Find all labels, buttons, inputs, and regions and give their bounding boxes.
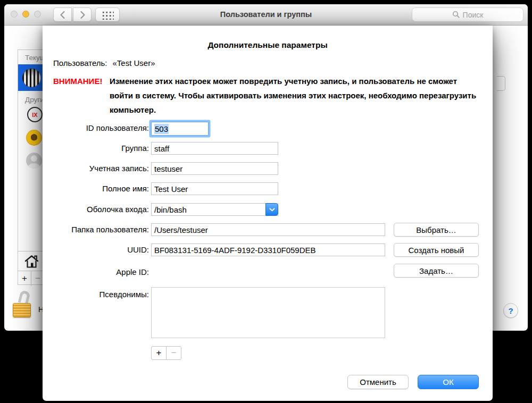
padlock-shackle bbox=[18, 290, 31, 305]
login-shell-combobox[interactable]: /bin/bash bbox=[151, 203, 278, 216]
user-id-label: ID пользователя: bbox=[43, 123, 149, 132]
user-label: Пользователь: bbox=[53, 58, 107, 68]
cancel-button[interactable]: Отменить bbox=[347, 375, 409, 389]
full-name-value: Test User bbox=[154, 184, 188, 194]
group-field[interactable]: staff bbox=[151, 142, 278, 155]
question-mark-icon: ? bbox=[508, 306, 513, 315]
home-folder-value: /Users/testuser bbox=[154, 225, 208, 234]
uuid-label: UUID: bbox=[43, 245, 149, 254]
login-shell-value: /bin/bash bbox=[154, 205, 187, 214]
dialog-title: Дополнительные параметры bbox=[43, 40, 493, 50]
alias-add-button[interactable]: + bbox=[151, 346, 167, 360]
full-name-label: Полное имя: bbox=[43, 184, 149, 193]
uuid-value: BF083131-5169-4ADF-9192-D3310F059DEB bbox=[154, 246, 316, 255]
search-input[interactable]: Поиск bbox=[412, 7, 523, 22]
apple-id-label: Apple ID: bbox=[43, 267, 149, 276]
advanced-options-dialog: Дополнительные параметры Пользователь: «… bbox=[43, 26, 493, 401]
group-value: staff bbox=[154, 144, 169, 153]
title-bar: Пользователи и группы Поиск bbox=[4, 4, 528, 26]
aliases-listbox[interactable] bbox=[151, 287, 385, 338]
sunflower-avatar[interactable] bbox=[26, 130, 42, 146]
chevron-down-icon bbox=[269, 208, 275, 212]
uuid-field[interactable]: BF083131-5169-4ADF-9192-D3310F059DEB bbox=[151, 244, 385, 256]
piano-avatar[interactable] bbox=[22, 69, 41, 87]
aliases-label: Псевдонимы: bbox=[43, 290, 149, 299]
choose-button[interactable]: Выбрать… bbox=[394, 223, 479, 237]
ix-avatar[interactable]: IX bbox=[27, 107, 43, 122]
set-button[interactable]: Задать… bbox=[394, 264, 479, 278]
user-id-value: 503 bbox=[154, 124, 169, 134]
search-icon bbox=[452, 11, 460, 19]
account-label: Учетная запись: bbox=[43, 164, 149, 173]
alias-remove-button[interactable]: − bbox=[166, 346, 181, 360]
create-new-button[interactable]: Создать новый bbox=[394, 243, 479, 257]
house-icon bbox=[24, 254, 39, 269]
login-shell-label: Оболочка входа: bbox=[43, 205, 149, 214]
login-shell-dropdown-button[interactable] bbox=[265, 203, 278, 216]
help-button[interactable]: ? bbox=[503, 303, 518, 318]
warning-label: ВНИМАНИЕ! bbox=[53, 74, 110, 117]
generic-user-avatar[interactable] bbox=[26, 153, 42, 169]
user-line: Пользователь: «Test User» bbox=[53, 58, 155, 68]
sidebar-header-other-users: Други bbox=[25, 96, 44, 104]
search-placeholder: Поиск bbox=[463, 11, 484, 19]
unlocked-padlock-icon[interactable] bbox=[13, 292, 32, 317]
warning-text: Изменение этих настроек может повредить … bbox=[110, 74, 480, 117]
home-folder-label: Папка пользователя: bbox=[43, 225, 149, 234]
full-name-field[interactable]: Test User bbox=[151, 182, 278, 195]
account-field[interactable]: testuser bbox=[151, 162, 278, 175]
ok-button[interactable]: ОК bbox=[418, 375, 479, 389]
partial-text-field[interactable] bbox=[497, 76, 505, 91]
sidebar-add-user-button[interactable]: + bbox=[18, 271, 31, 286]
warning-block: ВНИМАНИЕ! Изменение этих настроек может … bbox=[53, 74, 480, 117]
group-label: Группа: bbox=[43, 144, 149, 153]
user-value: «Test User» bbox=[113, 58, 155, 68]
user-id-field[interactable]: 503 bbox=[151, 122, 209, 136]
account-value: testuser bbox=[154, 164, 182, 173]
padlock-body bbox=[13, 303, 31, 317]
ix-avatar-label: IX bbox=[32, 112, 37, 118]
home-folder-field[interactable]: /Users/testuser bbox=[151, 223, 385, 236]
